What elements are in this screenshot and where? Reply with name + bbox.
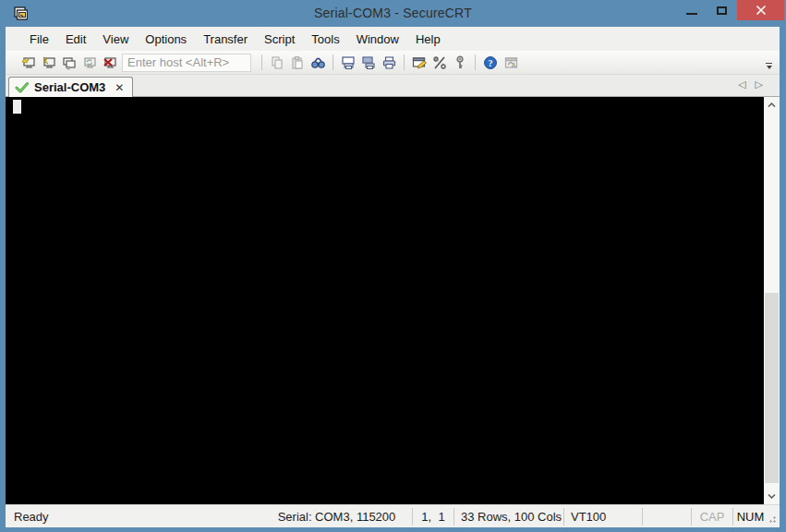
find-icon — [310, 55, 326, 70]
copy-icon — [270, 55, 284, 70]
copy-button[interactable] — [267, 53, 287, 73]
toolbar-separator — [333, 54, 333, 70]
connect-in-tab-icon — [61, 55, 77, 70]
svg-text:A: A — [511, 61, 515, 67]
tab-scroll-left-icon[interactable]: ◁ — [738, 79, 755, 90]
toolbar: ? A — [6, 51, 780, 75]
tab-bar: Serial-COM3 ✕ ◁▷ — [6, 75, 780, 97]
print-screen-button[interactable] — [338, 53, 358, 73]
menu-edit[interactable]: Edit — [57, 29, 94, 50]
scrollbar-thumb[interactable] — [765, 293, 779, 483]
minimize-button[interactable] — [676, 0, 707, 20]
maximize-icon — [717, 6, 727, 15]
menu-help[interactable]: Help — [407, 29, 449, 50]
tab-serial-com3[interactable]: Serial-COM3 ✕ — [8, 77, 133, 97]
title-bar[interactable]: Serial-COM3 - SecureCRT — [0, 0, 786, 27]
help-button[interactable]: ? — [480, 53, 501, 73]
print-selection-button[interactable] — [358, 53, 379, 73]
maximize-button[interactable] — [707, 0, 737, 20]
menu-tools[interactable]: Tools — [303, 29, 347, 50]
status-caps-indicator: CAP — [691, 508, 732, 526]
quick-connect-button[interactable] — [38, 53, 58, 73]
toolbar-separator — [475, 54, 476, 70]
chevron-down-icon — [768, 494, 776, 499]
global-options-button[interactable] — [429, 53, 450, 73]
reconnect-button[interactable] — [79, 53, 99, 73]
quick-connect-icon — [41, 55, 56, 70]
find-button[interactable] — [308, 53, 328, 73]
close-icon — [756, 5, 767, 16]
help-icon: ? — [483, 55, 498, 70]
status-ready: Ready — [6, 508, 261, 526]
svg-text:?: ? — [489, 57, 493, 67]
print-icon — [381, 55, 397, 70]
paste-button[interactable] — [287, 53, 308, 73]
key-agent-button[interactable] — [450, 53, 470, 73]
session-options-icon — [411, 55, 428, 70]
minimize-icon — [686, 13, 697, 15]
status-spacer — [642, 508, 691, 526]
scroll-up-button[interactable] — [764, 97, 780, 113]
securecrt-window: Serial-COM3 - SecureCRT File Edit View O… — [0, 0, 786, 532]
tab-label: Serial-COM3 — [34, 80, 105, 94]
print-screen-icon — [340, 55, 357, 70]
menu-transfer[interactable]: Transfer — [195, 29, 256, 50]
host-input[interactable] — [122, 54, 251, 72]
connect-icon — [20, 55, 36, 70]
menu-options[interactable]: Options — [137, 29, 195, 50]
tab-scroll-right-icon[interactable]: ▷ — [756, 79, 772, 90]
resize-grip[interactable] — [768, 508, 780, 526]
terminal-screen[interactable] — [6, 97, 764, 504]
status-emulation: VT100 — [563, 508, 642, 526]
tab-scroll-arrows: ◁▷ — [738, 79, 772, 91]
disconnect-button[interactable] — [99, 53, 119, 73]
connect-in-tab-button[interactable] — [58, 53, 79, 73]
key-agent-icon — [454, 55, 466, 70]
global-options-icon — [431, 55, 448, 70]
connect-button[interactable] — [18, 53, 38, 73]
toolbar-separator — [404, 54, 405, 70]
print-selection-icon — [360, 55, 377, 70]
tab-close-icon[interactable]: ✕ — [115, 82, 124, 93]
menu-bar: File Edit View Options Transfer Script T… — [6, 27, 780, 51]
status-cursor-position: 1, 1 — [412, 508, 453, 526]
toolbar-separator — [261, 54, 262, 70]
disconnect-icon — [102, 55, 117, 70]
vertical-scrollbar[interactable] — [764, 97, 780, 504]
menu-file[interactable]: File — [21, 29, 57, 50]
close-button[interactable] — [737, 0, 784, 20]
status-terminal-size: 33 Rows, 100 Cols — [453, 508, 563, 526]
print-button[interactable] — [379, 53, 399, 73]
chevron-up-icon — [768, 103, 776, 107]
reconnect-icon — [81, 55, 97, 70]
menu-script[interactable]: Script — [256, 29, 303, 50]
scroll-down-button[interactable] — [764, 489, 780, 504]
session-options-button[interactable] — [409, 53, 429, 73]
connected-check-icon — [15, 81, 29, 93]
window-title: Serial-COM3 - SecureCRT — [0, 6, 786, 20]
terminal-cursor — [13, 100, 21, 114]
securefx-button[interactable]: A — [501, 53, 521, 73]
status-num-indicator: NUM — [732, 508, 768, 526]
status-connection: Serial: COM3, 115200 — [261, 508, 412, 526]
toolbar-overflow-icon[interactable] — [764, 58, 774, 69]
securefx-icon: A — [503, 55, 519, 70]
menu-window[interactable]: Window — [348, 29, 407, 50]
paste-icon — [290, 55, 305, 70]
menu-view[interactable]: View — [94, 29, 137, 50]
status-bar: Ready Serial: COM3, 115200 1, 1 33 Rows,… — [6, 504, 780, 527]
